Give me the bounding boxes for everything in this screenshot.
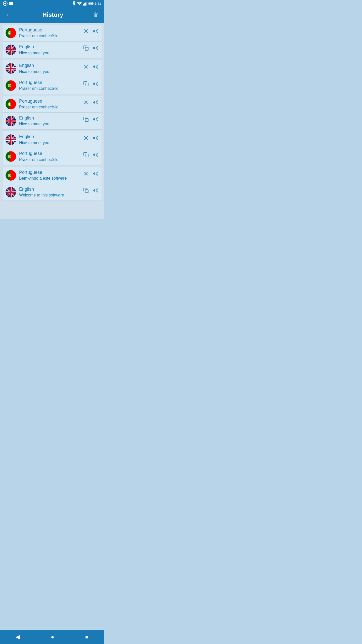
row-text-container: PortuguesePrazer em conhecê-lo [19, 151, 81, 162]
status-bar: 2:41 [0, 0, 104, 7]
translation-row: PT PortuguesePrazer em conhecê-lo [3, 96, 102, 113]
svg-text:PT: PT [9, 85, 10, 86]
row-actions [83, 44, 99, 53]
uk-flag [6, 134, 16, 145]
copy-icon[interactable] [83, 187, 89, 195]
translation-row: EnglishNice to meet you [3, 131, 102, 148]
uk-flag [6, 187, 16, 197]
copy-icon[interactable] [83, 81, 89, 88]
translation-row: EnglishNice to meet you [3, 113, 102, 129]
translation-row: PT PortuguesePrazer em conhecê-lo [3, 77, 102, 94]
pt-flag: PT [6, 151, 16, 162]
copy-icon[interactable] [83, 45, 89, 53]
close-icon[interactable] [83, 64, 89, 71]
pt-flag: PT [6, 170, 16, 181]
translation-group-5: PT PortugueseBem-vindo a este software E… [3, 167, 102, 200]
translation-row: PT PortuguesePrazer em conhecê-lo [3, 25, 102, 42]
delete-button[interactable]: 🗑 [92, 11, 100, 19]
row-language-label: Portuguese [19, 151, 81, 156]
svg-rect-3 [86, 2, 87, 6]
close-icon[interactable] [83, 171, 89, 178]
translation-row: EnglishNice to meet you [3, 60, 102, 77]
sound-icon[interactable] [93, 171, 99, 178]
sound-icon[interactable] [93, 187, 99, 195]
row-phrase-text: Bem-vindo a este software [19, 176, 81, 181]
copy-icon[interactable] [83, 116, 89, 124]
row-text-container: EnglishNice to meet you [19, 115, 81, 127]
pt-flag: PT [6, 99, 16, 109]
row-text-container: PortuguesePrazer em conhecê-lo [19, 98, 81, 110]
row-language-label: Portuguese [19, 98, 81, 104]
row-phrase-text: Nice to meet you [19, 51, 81, 56]
row-language-label: English [19, 186, 81, 192]
row-text-container: EnglishNice to meet you [19, 134, 81, 145]
row-language-label: English [19, 115, 81, 121]
row-phrase-text: Prazer em conhecê-lo [19, 157, 81, 163]
row-language-label: Portuguese [19, 80, 81, 86]
svg-rect-0 [83, 4, 84, 6]
sound-icon[interactable] [93, 116, 99, 124]
back-button[interactable]: ← [5, 10, 14, 20]
translation-group-1: PT PortuguesePrazer em conhecê-lo Englis… [3, 25, 102, 58]
row-phrase-text: Prazer em conhecê-lo [19, 33, 81, 39]
copy-icon[interactable] [83, 152, 89, 159]
row-actions [83, 98, 99, 107]
row-phrase-text: Welcome to this software [19, 193, 81, 198]
signal-icon [83, 2, 87, 6]
page-title: History [42, 11, 63, 18]
svg-rect-35 [85, 118, 88, 122]
translation-row: PT PortuguesePrazer em conhecê-lo [3, 148, 102, 165]
uk-flag [6, 63, 16, 74]
row-language-label: Portuguese [19, 27, 81, 33]
location-icon [72, 1, 76, 6]
sound-icon[interactable] [93, 45, 99, 53]
svg-text:PT: PT [9, 156, 10, 157]
close-icon[interactable] [83, 135, 89, 142]
translation-group-4: EnglishNice to meet you PT PortuguesePra… [3, 131, 102, 165]
app-bar: ← History 🗑 [0, 7, 104, 23]
uk-flag [6, 116, 16, 126]
translation-row: EnglishNice to meet you [3, 42, 102, 58]
status-left-icons [3, 1, 13, 6]
translation-group-3: PT PortuguesePrazer em conhecê-lo Englis… [3, 96, 102, 129]
row-language-label: English [19, 63, 81, 68]
svg-rect-17 [85, 47, 88, 50]
row-actions [83, 134, 99, 142]
close-icon[interactable] [83, 99, 89, 107]
row-actions [83, 170, 99, 178]
svg-text:PT: PT [9, 103, 10, 105]
close-icon[interactable] [83, 28, 89, 36]
pt-flag: PT [6, 80, 16, 91]
row-actions [83, 80, 99, 88]
sound-icon[interactable] [93, 152, 99, 159]
row-text-container: EnglishNice to meet you [19, 44, 81, 56]
history-list: PT PortuguesePrazer em conhecê-lo Englis… [0, 23, 104, 219]
sound-icon[interactable] [93, 81, 99, 88]
uk-flag [6, 45, 16, 55]
row-language-label: English [19, 44, 81, 50]
svg-rect-26 [85, 83, 88, 86]
status-right-icons: 2:41 [72, 1, 101, 6]
row-language-label: English [19, 134, 81, 140]
sound-icon[interactable] [93, 28, 99, 36]
status-time: 2:41 [95, 2, 101, 6]
sound-icon[interactable] [93, 64, 99, 71]
row-phrase-text: Prazer em conhecê-lo [19, 105, 81, 110]
row-phrase-text: Nice to meet you [19, 140, 81, 146]
row-text-container: EnglishNice to meet you [19, 63, 81, 74]
translation-group-2: EnglishNice to meet you PT PortuguesePra… [3, 60, 102, 94]
pt-flag: PT [6, 28, 16, 38]
svg-rect-5 [93, 3, 93, 4]
svg-rect-44 [85, 154, 88, 157]
row-actions [83, 151, 99, 159]
circle-icon [3, 1, 8, 6]
translation-row: EnglishWelcome to this software [3, 184, 102, 200]
sound-icon[interactable] [93, 135, 99, 142]
row-actions [83, 186, 99, 195]
row-language-label: Portuguese [19, 170, 81, 175]
sound-icon[interactable] [93, 99, 99, 107]
row-text-container: PortuguesePrazer em conhecê-lo [19, 80, 81, 91]
row-phrase-text: Prazer em conhecê-lo [19, 86, 81, 91]
wifi-icon [77, 2, 82, 5]
row-phrase-text: Nice to meet you [19, 122, 81, 127]
